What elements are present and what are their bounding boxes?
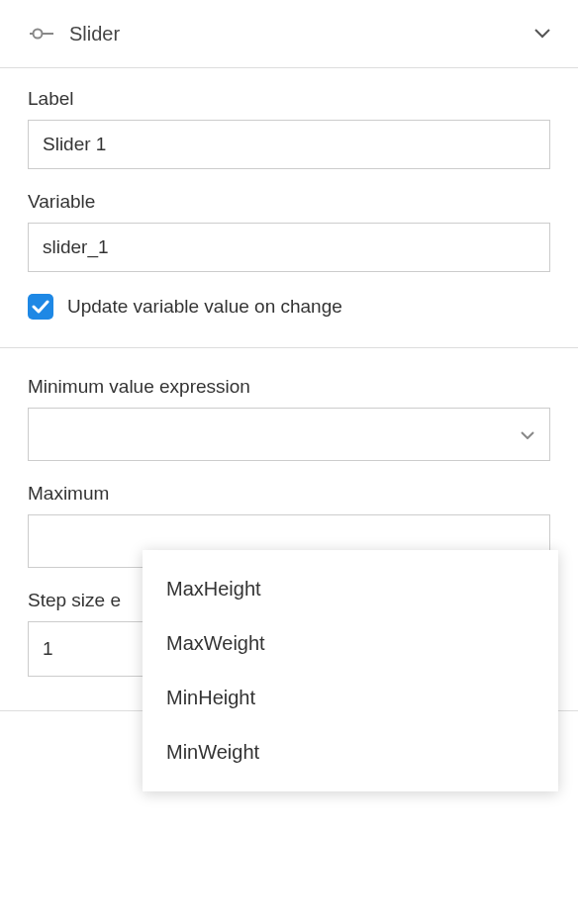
- dropdown-item[interactable]: MinHeight: [143, 671, 558, 725]
- collapse-caret-icon[interactable]: [534, 24, 550, 44]
- label-caption: Label: [28, 88, 550, 110]
- min-expr-caption: Minimum value expression: [28, 376, 550, 398]
- dropdown-item[interactable]: MinWeight: [143, 725, 558, 780]
- max-expr-caption: Maximum: [28, 483, 550, 505]
- min-expr-group: Minimum value expression: [28, 376, 550, 461]
- variable-caption: Variable: [28, 191, 550, 213]
- label-field-group: Label: [28, 88, 550, 169]
- variable-input[interactable]: [28, 223, 550, 272]
- label-input[interactable]: [28, 120, 550, 169]
- update-on-change-row: Update variable value on change: [28, 294, 550, 320]
- update-on-change-checkbox[interactable]: [28, 294, 53, 320]
- min-expr-select[interactable]: [28, 408, 550, 461]
- dropdown-item[interactable]: MaxHeight: [143, 562, 558, 616]
- autocomplete-dropdown: MaxHeight MaxWeight MinHeight MinWeight: [143, 550, 558, 791]
- update-on-change-label: Update variable value on change: [67, 296, 342, 318]
- panel-header: Slider: [0, 0, 578, 67]
- variable-field-group: Variable: [28, 191, 550, 272]
- slider-icon: [28, 20, 55, 47]
- dropdown-item[interactable]: MaxWeight: [143, 616, 558, 671]
- svg-point-1: [34, 30, 43, 39]
- panel-title: Slider: [69, 23, 534, 46]
